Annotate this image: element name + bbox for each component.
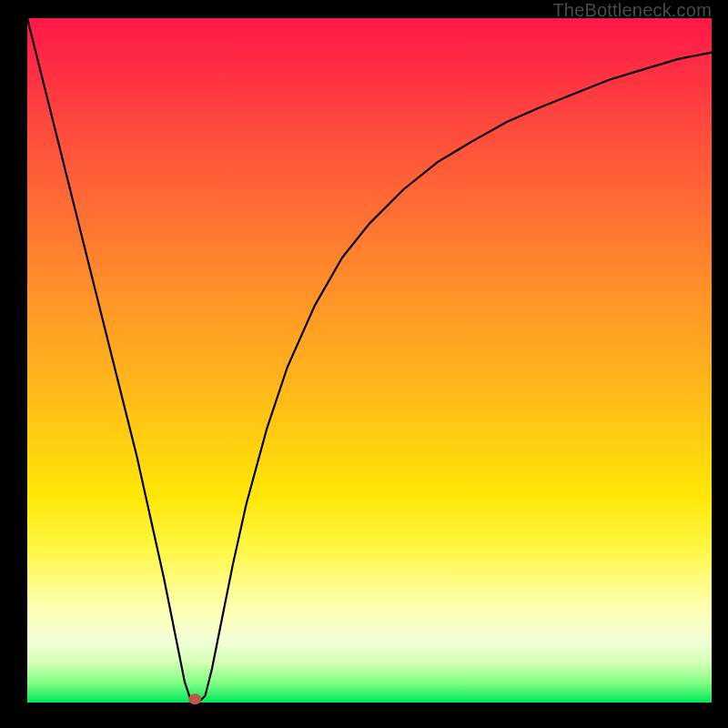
bottleneck-curve <box>27 18 712 703</box>
chart-frame: TheBottleneck.com <box>0 0 728 728</box>
attribution-text: TheBottleneck.com <box>552 0 712 21</box>
minimum-marker <box>188 693 201 704</box>
chart-svg <box>27 18 712 703</box>
plot-area <box>27 18 712 703</box>
